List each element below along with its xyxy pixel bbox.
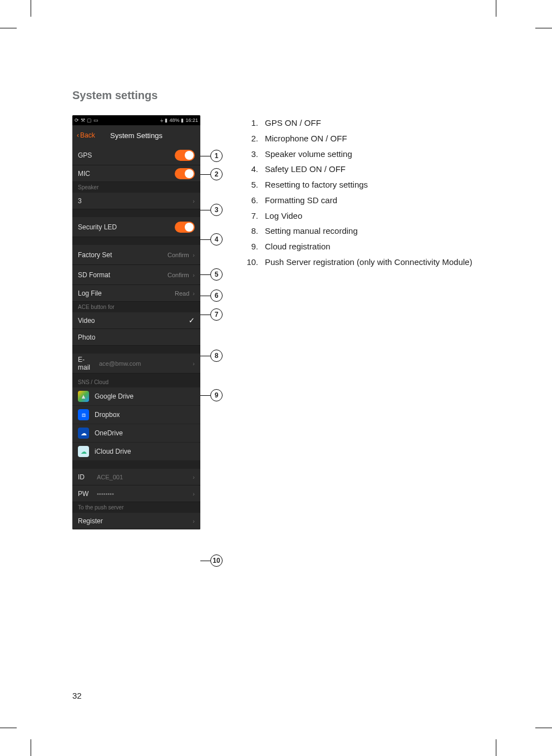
connector xyxy=(200,315,210,315)
row-speaker[interactable]: 3 › xyxy=(72,193,200,209)
row-id[interactable]: ID ACE_001 › xyxy=(72,469,200,485)
log-file-value: Read xyxy=(175,290,189,297)
row-security-led[interactable]: Security LED xyxy=(72,217,200,237)
row-factory-set[interactable]: Factory Set Confirm › xyxy=(72,245,200,265)
crop-mark xyxy=(31,0,31,17)
row-onedrive[interactable]: ☁ OneDrive xyxy=(72,424,200,443)
row-google-drive[interactable]: ▲ Google Drive xyxy=(72,387,200,406)
gps-toggle[interactable] xyxy=(175,150,195,161)
chevron-right-icon: › xyxy=(193,490,195,497)
factory-set-label: Factory Set xyxy=(78,251,112,259)
dropbox-icon: ⧈ xyxy=(78,409,89,420)
callout-1: 1 xyxy=(210,150,223,162)
legend-item: 9.Cloud registration xyxy=(245,239,472,254)
sd-format-value: Confirm xyxy=(167,272,189,278)
legend-item: 10.Push Server registration (only with C… xyxy=(245,254,472,270)
log-file-label: Log File xyxy=(78,289,102,297)
connector xyxy=(200,395,210,396)
row-mic[interactable]: MIC xyxy=(72,165,200,182)
pw-label: PW xyxy=(78,490,91,498)
screenshot-column: ⟳ ⚒ ▢ ▭ ⏚ ▮ 48% ▮ 16:21 ‹ xyxy=(72,115,223,529)
gps-label: GPS xyxy=(78,151,92,159)
sd-format-label: SD Format xyxy=(78,271,110,279)
callout-3: 3 xyxy=(210,204,223,216)
tool-icon: ⚒ xyxy=(81,117,85,123)
security-led-toggle[interactable] xyxy=(175,222,195,233)
video-label: Video xyxy=(78,317,95,325)
page-title: System settings xyxy=(72,89,484,102)
connector xyxy=(200,156,210,156)
photo-label: Photo xyxy=(78,333,95,341)
row-video[interactable]: Video ✓ xyxy=(72,312,200,329)
dropbox-label: Dropbox xyxy=(95,411,120,419)
connector xyxy=(200,239,210,240)
legend-item: 4.Safety LED ON / OFF xyxy=(245,161,472,177)
chevron-right-icon: › xyxy=(193,474,195,480)
row-dropbox[interactable]: ⧈ Dropbox xyxy=(72,406,200,424)
callout-10: 10 xyxy=(210,554,223,567)
onedrive-label: OneDrive xyxy=(95,429,123,437)
crop-mark xyxy=(535,728,552,728)
status-bar: ⟳ ⚒ ▢ ▭ ⏚ ▮ 48% ▮ 16:21 xyxy=(72,115,200,125)
id-label: ID xyxy=(78,473,91,481)
signal-icon: ▮ xyxy=(165,117,167,123)
callout-8: 8 xyxy=(210,350,223,362)
legend-item: 2.Microphone ON / OFF xyxy=(245,131,472,146)
connector xyxy=(200,174,210,175)
row-sd-format[interactable]: SD Format Confirm › xyxy=(72,265,200,285)
clock: 16:21 xyxy=(185,117,198,123)
legend-list: 1.GPS ON / OFF 2.Microphone ON / OFF 3.S… xyxy=(245,115,472,529)
mic-toggle[interactable] xyxy=(175,168,195,179)
callout-4: 4 xyxy=(210,233,223,246)
crop-mark xyxy=(496,739,496,756)
mic-label: MIC xyxy=(78,170,90,178)
check-icon: ✓ xyxy=(189,316,195,325)
connector xyxy=(200,210,210,210)
legend-item: 5.Resetting to factory settings xyxy=(245,177,472,193)
nav-title: System Settings xyxy=(72,131,200,140)
connector xyxy=(200,274,210,275)
icloud-icon: ☁ xyxy=(78,446,89,457)
factory-set-value: Confirm xyxy=(167,252,189,258)
legend-item: 7.Log Video xyxy=(245,208,472,224)
row-gps[interactable]: GPS xyxy=(72,145,200,165)
speaker-value: 3 xyxy=(78,197,82,205)
speaker-header: Speaker xyxy=(72,182,200,193)
sns-cloud-header: SNS / Cloud xyxy=(72,374,200,387)
row-register[interactable]: Register › xyxy=(72,513,200,529)
crop-mark xyxy=(496,0,496,17)
row-pw[interactable]: PW •••••••• › xyxy=(72,485,200,502)
chevron-right-icon: › xyxy=(193,290,195,297)
crop-mark xyxy=(535,28,552,28)
wifi-icon: ⏚ xyxy=(160,117,163,123)
row-icloud[interactable]: ☁ iCloud Drive xyxy=(72,443,200,461)
connector xyxy=(200,561,210,561)
row-email[interactable]: E-mail ace@bmw.com › xyxy=(72,354,200,374)
connector xyxy=(200,356,210,356)
google-drive-icon: ▲ xyxy=(78,391,89,402)
google-drive-label: Google Drive xyxy=(95,392,134,400)
crop-mark xyxy=(0,28,17,28)
callout-2: 2 xyxy=(210,168,223,180)
row-log-file[interactable]: Log File Read › xyxy=(72,285,200,302)
callout-7: 7 xyxy=(210,308,223,321)
email-label: E-mail xyxy=(78,356,95,371)
row-photo[interactable]: Photo xyxy=(72,329,200,346)
push-server-header: To the push server xyxy=(72,502,200,513)
battery-percent: 48% xyxy=(169,117,179,123)
chevron-right-icon: › xyxy=(193,360,195,367)
ace-button-header: ACE button for xyxy=(72,302,200,312)
crop-mark xyxy=(31,739,31,756)
legend-item: 6.Formatting SD card xyxy=(245,193,472,208)
legend-item: 3.Speaker volume setting xyxy=(245,146,472,162)
page-number: 32 xyxy=(72,691,82,700)
callout-5: 5 xyxy=(210,268,223,281)
callout-9: 9 xyxy=(210,389,223,401)
id-value: ACE_001 xyxy=(91,474,189,480)
nav-bar: ‹ Back System Settings xyxy=(72,125,200,145)
icloud-label: iCloud Drive xyxy=(95,448,131,455)
battery-icon: ▮ xyxy=(181,117,184,123)
chevron-right-icon: › xyxy=(193,518,195,524)
chevron-right-icon: › xyxy=(193,198,195,204)
legend-item: 1.GPS ON / OFF xyxy=(245,115,472,131)
